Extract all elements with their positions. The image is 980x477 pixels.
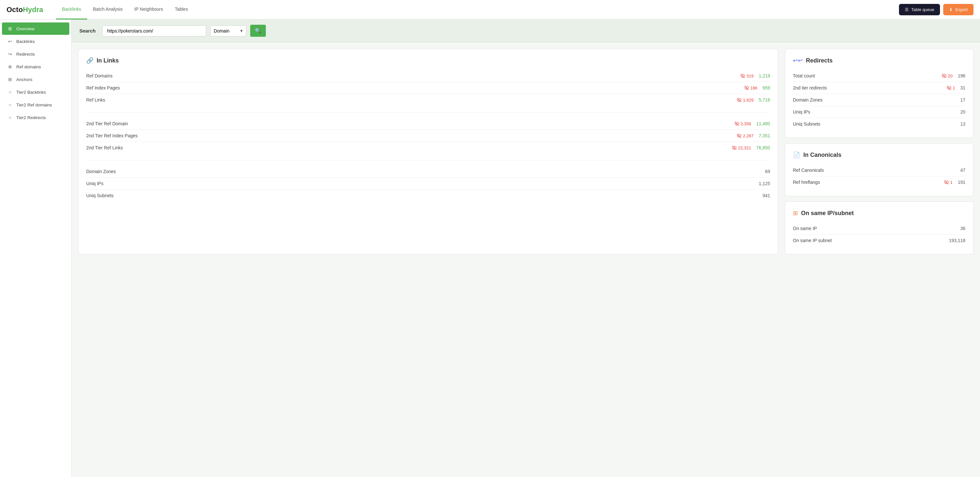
tab-backlinks[interactable]: Backlinks [56, 0, 87, 19]
eye-slash-icon [737, 134, 741, 138]
uniq-subnets-label: Uniq Subnets [86, 193, 763, 198]
redirects-domain-zones-val: 17 [960, 97, 966, 102]
tier2-backlinks-icon: ○ [7, 89, 13, 95]
uniq-subnets-val: 941 [763, 193, 770, 198]
sidebar-item-overview[interactable]: ⊞ Overview [2, 22, 69, 35]
export-button[interactable]: ⬇ Export [943, 4, 974, 15]
panels: 🔗 In Links Ref Domains 319 1,219 [72, 42, 980, 261]
in-links-section-1: Ref Domains 319 1,219 Ref Index Pages [86, 70, 770, 106]
table-row: Domain Zones 69 [86, 165, 770, 178]
redirects-uniq-subnets-val: 13 [960, 121, 966, 127]
search-select[interactable]: Domain URL Subdomain [210, 26, 246, 36]
tab-tables[interactable]: Tables [169, 0, 194, 19]
2nd-tier-redirects-label: 2nd tier redirects [793, 85, 947, 91]
sidebar-label-backlinks: Backlinks [16, 39, 35, 44]
2nd-tier-ref-links-green: 76,850 [756, 145, 770, 150]
table-row: Domain Zones 17 [793, 94, 966, 106]
right-panels: ↩↩ Redirects Total count 20 196 [785, 49, 974, 254]
grid-icon: ⊞ [7, 26, 13, 31]
table-row: Ref Canonicals 47 [793, 164, 966, 176]
uniq-ips-label: Uniq IPs [86, 181, 759, 186]
eye-slash-icon [741, 73, 745, 78]
redirects-domain-zones-label: Domain Zones [793, 97, 960, 102]
tab-batch-analysis[interactable]: Batch Analysis [87, 0, 129, 19]
on-same-ip-label: On same IP [793, 226, 960, 231]
redirects-panel: ↩↩ Redirects Total count 20 196 [785, 49, 974, 138]
content: Search Domain URL Subdomain ▼ 🔍 [72, 19, 980, 477]
redirects-uniq-ips-label: Uniq IPs [793, 109, 960, 114]
table-row: Uniq Subnets 941 [86, 190, 770, 201]
sidebar-item-tier2-backlinks[interactable]: ○ Tier2 Backlinks [2, 86, 69, 98]
in-canonicals-panel: 📄 In Canonicals Ref Canonicals 47 Ref hr… [785, 143, 974, 196]
export-label: Export [955, 7, 968, 12]
in-links-section-3: Domain Zones 69 Uniq IPs 1,125 Uniq Subn… [86, 165, 770, 201]
ref-domains-green: 1,219 [759, 73, 770, 78]
section-divider-1 [86, 112, 770, 113]
eye-slash-icon [732, 145, 737, 150]
sidebar-item-anchors[interactable]: ⊞ Anchors [2, 73, 69, 86]
redirects-icon: ↪ [7, 51, 13, 57]
sidebar-item-tier2-ref-domains[interactable]: ○ Tier2 Ref domains [2, 99, 69, 111]
on-same-ip-subnet-val: 193,118 [949, 238, 966, 243]
ref-index-pages-label: Ref Index Pages [86, 85, 745, 91]
ref-links-label: Ref Links [86, 97, 737, 102]
search-button[interactable]: 🔍 [250, 25, 266, 37]
table-row: 2nd Tier Ref Index Pages 2,287 7,351 [86, 130, 770, 142]
export-icon: ⬇ [949, 7, 953, 12]
on-same-ip-title: On same IP/subnet [801, 210, 854, 217]
2nd-tier-ref-domain-red: 3,358 [735, 121, 751, 126]
sidebar-item-redirects[interactable]: ↪ Redirects [2, 48, 69, 60]
table-row: Ref Index Pages 186 659 [86, 82, 770, 94]
on-same-ip-panel: ⊞ On same IP/subnet On same IP 36 On sam… [785, 201, 974, 254]
ref-domains-red: 319 [741, 73, 754, 78]
eye-slash-icon [737, 98, 741, 102]
in-links-header: 🔗 In Links [86, 57, 770, 64]
ref-hreflangs-label: Ref hreflangs [793, 180, 944, 185]
eye-slash-icon [735, 121, 739, 126]
in-canonicals-header: 📄 In Canonicals [793, 151, 966, 159]
ref-links-red: 1,629 [737, 98, 754, 102]
redirects-uniq-ips-val: 20 [960, 109, 966, 114]
table-row: Ref Links 1,629 5,716 [86, 94, 770, 106]
2nd-tier-ref-index-pages-green: 7,351 [759, 133, 770, 138]
sidebar-label-redirects: Redirects [16, 52, 35, 57]
eye-slash-icon [745, 86, 749, 90]
sidebar-item-tier2-redirects[interactable]: ○ Tier2 Redirects [2, 111, 69, 124]
sidebar: ⊞ Overview ↩ Backlinks ↪ Redirects ⊕ Ref… [0, 19, 72, 477]
sidebar-item-backlinks[interactable]: ↩ Backlinks [2, 35, 69, 48]
table-queue-button[interactable]: ☰ Table queue [899, 4, 940, 15]
2nd-tier-ref-index-pages-label: 2nd Tier Ref Index Pages [86, 133, 737, 138]
sidebar-label-tier2-redirects: Tier2 Redirects [16, 115, 46, 120]
header-actions: ☰ Table queue ⬇ Export [899, 4, 974, 15]
table-row: Uniq IPs 1,125 [86, 178, 770, 190]
in-links-title: In Links [97, 57, 119, 64]
anchors-icon: ⊞ [7, 77, 13, 82]
ref-domains-label: Ref Domains [86, 73, 741, 78]
total-count-val: 196 [958, 73, 966, 78]
search-icon: 🔍 [255, 28, 261, 34]
in-links-section-2: 2nd Tier Ref Domain 3,358 11,480 2nd Tie… [86, 118, 770, 154]
sidebar-label-overview: Overview [16, 26, 35, 31]
search-select-wrap: Domain URL Subdomain ▼ [210, 25, 246, 37]
total-count-red: 20 [942, 73, 952, 78]
2nd-tier-ref-domain-label: 2nd Tier Ref Domain [86, 121, 735, 126]
search-input[interactable] [102, 25, 206, 37]
logo: OctoHydra [6, 6, 43, 14]
logo-hydra: Hydra [23, 6, 43, 14]
sidebar-label-anchors: Anchors [16, 77, 33, 82]
tier2-redirects-icon: ○ [7, 115, 13, 120]
ip-icon: ⊞ [793, 210, 798, 217]
search-bar: Search Domain URL Subdomain ▼ 🔍 [72, 19, 980, 42]
table-row: Uniq IPs 20 [793, 106, 966, 118]
ref-index-pages-red: 186 [745, 86, 757, 91]
table-row: On same IP 36 [793, 223, 966, 235]
sidebar-label-ref-domains: Ref domains [16, 64, 41, 69]
eye-slash-icon [947, 86, 951, 90]
sidebar-item-ref-domains[interactable]: ⊕ Ref domains [2, 60, 69, 73]
main-area: ⊞ Overview ↩ Backlinks ↪ Redirects ⊕ Ref… [0, 19, 980, 477]
table-row: Total count 20 196 [793, 70, 966, 82]
search-label: Search [80, 28, 95, 33]
redirects-title: Redirects [806, 57, 833, 64]
domain-zones-val: 69 [765, 169, 770, 174]
tab-ip-neighbours[interactable]: IP Neighbours [129, 0, 169, 19]
